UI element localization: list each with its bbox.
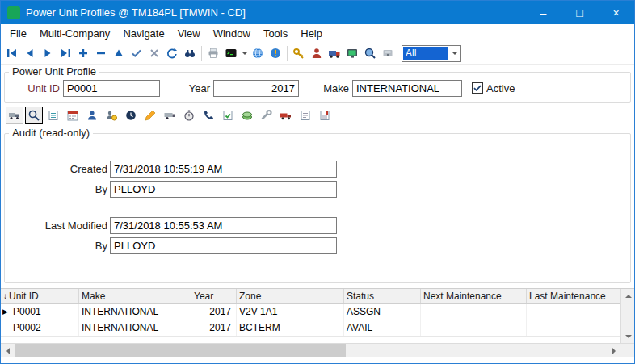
print-button[interactable] bbox=[204, 44, 222, 62]
previous-record-icon bbox=[23, 47, 36, 60]
cell-zone: V2V 1A1 bbox=[237, 304, 344, 320]
truck-button[interactable] bbox=[326, 44, 343, 62]
last-record-icon bbox=[59, 47, 72, 60]
tab-detail[interactable] bbox=[44, 107, 62, 124]
scroll-up-button[interactable] bbox=[621, 289, 635, 303]
monitor-icon bbox=[346, 47, 359, 60]
red-truck-icon bbox=[280, 109, 292, 122]
created-by-field[interactable] bbox=[110, 181, 337, 198]
tab-trailer[interactable] bbox=[161, 107, 179, 124]
scroll-down-button[interactable] bbox=[621, 329, 635, 343]
search-icon bbox=[364, 47, 376, 60]
apply-button[interactable] bbox=[128, 44, 145, 62]
tab-timer[interactable] bbox=[180, 107, 198, 124]
stopwatch-icon bbox=[183, 109, 196, 122]
filter-combobox-dropdown[interactable] bbox=[448, 46, 460, 61]
unit-id-field[interactable] bbox=[63, 80, 160, 97]
key-button[interactable] bbox=[290, 44, 308, 62]
tab-safety[interactable] bbox=[277, 107, 295, 124]
minus-icon bbox=[95, 47, 107, 60]
table-row[interactable]: P0002 INTERNATIONAL 2017 BCTERM AVAIL bbox=[1, 320, 620, 337]
terminal-dropdown-button[interactable] bbox=[240, 44, 249, 62]
previous-record-button[interactable] bbox=[21, 44, 39, 62]
terminal-button[interactable] bbox=[222, 44, 240, 62]
truck-icon bbox=[328, 47, 341, 60]
search-globe-button[interactable] bbox=[361, 44, 379, 62]
tab-documents[interactable] bbox=[316, 107, 334, 124]
year-field[interactable] bbox=[213, 80, 299, 97]
tab-notes[interactable] bbox=[296, 107, 314, 124]
sort-ascending-button[interactable] bbox=[110, 44, 128, 62]
sort-ascending-icon: ↓ bbox=[3, 289, 7, 303]
menu-tools[interactable]: Tools bbox=[257, 26, 294, 41]
column-header-last-maintenance[interactable]: Last Maintenance bbox=[527, 289, 620, 303]
menu-view[interactable]: View bbox=[171, 26, 207, 41]
scroll-left-button[interactable] bbox=[1, 344, 15, 358]
tab-maintenance[interactable] bbox=[258, 107, 275, 124]
menu-multi-company[interactable]: Multi-Company bbox=[33, 26, 116, 41]
monitor-button[interactable] bbox=[343, 44, 361, 62]
menu-navigate[interactable]: Navigate bbox=[116, 26, 170, 41]
scroll-right-button[interactable] bbox=[607, 344, 620, 358]
menu-window[interactable]: Window bbox=[207, 26, 257, 41]
menu-file[interactable]: File bbox=[3, 26, 33, 41]
last-modified-field[interactable] bbox=[110, 217, 337, 234]
web-button[interactable] bbox=[249, 44, 267, 62]
list-icon bbox=[47, 109, 60, 122]
tab-payroll[interactable] bbox=[103, 107, 120, 124]
tab-expense[interactable] bbox=[238, 107, 256, 124]
horizontal-scrollbar[interactable] bbox=[1, 344, 620, 357]
minimize-button[interactable]: – bbox=[525, 1, 561, 24]
close-button[interactable]: × bbox=[598, 1, 634, 24]
refresh-button[interactable] bbox=[163, 44, 181, 62]
column-header-status[interactable]: Status bbox=[344, 289, 421, 303]
column-header-make[interactable]: Make bbox=[79, 289, 191, 303]
tab-license[interactable] bbox=[141, 107, 159, 124]
created-field[interactable] bbox=[110, 161, 337, 178]
modified-by-field[interactable] bbox=[110, 237, 337, 254]
money-icon bbox=[241, 109, 254, 122]
created-row: Created bbox=[5, 161, 630, 178]
horizontal-scrollbar-thumb[interactable] bbox=[15, 344, 346, 357]
user-button[interactable] bbox=[308, 44, 326, 62]
make-field[interactable] bbox=[352, 80, 462, 97]
maximize-button[interactable]: □ bbox=[561, 1, 598, 24]
column-header-zone[interactable]: Zone bbox=[237, 289, 344, 303]
created-label: Created bbox=[5, 163, 107, 175]
grid-table: ↓Unit ID Make Year Zone Status Next Main… bbox=[1, 289, 620, 343]
column-header-year[interactable]: Year bbox=[191, 289, 237, 303]
tab-inspection[interactable] bbox=[219, 107, 237, 124]
next-record-button[interactable] bbox=[39, 44, 57, 62]
check-icon bbox=[473, 83, 482, 93]
app-window: Power Unit Profiles @ TM184PL [TMWIN - C… bbox=[0, 0, 635, 364]
title-bar: Power Unit Profiles @ TM184PL [TMWIN - C… bbox=[1, 1, 634, 24]
add-record-button[interactable] bbox=[74, 44, 92, 62]
active-checkbox[interactable] bbox=[472, 82, 483, 94]
cell-text: P0002 bbox=[13, 320, 41, 336]
page-tabstrip bbox=[4, 104, 631, 126]
horizontal-scrollbar-track[interactable] bbox=[346, 344, 607, 357]
tab-calendar[interactable] bbox=[64, 107, 82, 124]
tab-clock[interactable] bbox=[122, 107, 140, 124]
cancel-button[interactable] bbox=[145, 44, 163, 62]
magnifier-icon bbox=[27, 109, 40, 122]
column-header-unit-id[interactable]: ↓Unit ID bbox=[1, 289, 79, 303]
delete-record-button[interactable] bbox=[92, 44, 110, 62]
first-record-button[interactable] bbox=[3, 44, 21, 62]
toolbar-separator bbox=[201, 46, 202, 61]
info-button[interactable] bbox=[267, 44, 284, 62]
table-row[interactable]: ▶P0001 INTERNATIONAL 2017 V2V 1A1 ASSGN bbox=[1, 304, 620, 320]
tab-unit[interactable] bbox=[6, 107, 23, 124]
filter-combobox[interactable]: All bbox=[402, 45, 461, 62]
tab-search[interactable] bbox=[25, 107, 43, 124]
window-title: Power Unit Profiles @ TM184PL [TMWIN - C… bbox=[26, 6, 525, 19]
vertical-scrollbar[interactable] bbox=[620, 289, 634, 343]
menu-help[interactable]: Help bbox=[294, 26, 329, 41]
find-button[interactable] bbox=[181, 44, 199, 62]
tab-phone[interactable] bbox=[200, 107, 217, 124]
tab-driver[interactable] bbox=[83, 107, 101, 124]
column-header-next-maintenance[interactable]: Next Maintenance bbox=[421, 289, 527, 303]
next-record-icon bbox=[41, 47, 54, 60]
storage-button[interactable] bbox=[379, 44, 397, 62]
last-record-button[interactable] bbox=[57, 44, 74, 62]
